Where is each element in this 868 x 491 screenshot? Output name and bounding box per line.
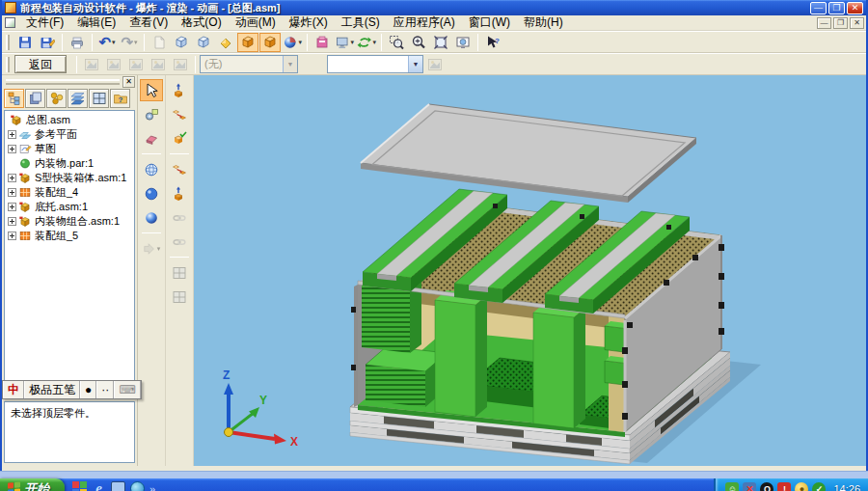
settings-b-button[interactable] xyxy=(168,286,191,308)
tree-row[interactable]: 装配组_5 xyxy=(7,229,134,243)
collapse-button[interactable] xyxy=(168,182,191,205)
tab-windows[interactable] xyxy=(89,89,109,108)
bind-button[interactable] xyxy=(125,55,147,74)
taskbar-clock[interactable]: 14:26 xyxy=(833,483,860,491)
iso-view-button[interactable] xyxy=(171,33,192,52)
config-save-button[interactable] xyxy=(424,55,446,74)
tree-row[interactable]: 装配组_4 xyxy=(7,185,134,200)
network-error-icon[interactable]: ✕ xyxy=(743,482,756,491)
globe-icon[interactable] xyxy=(130,481,145,491)
tab-sheets[interactable] xyxy=(68,89,88,108)
redo-button[interactable]: ↷▾ xyxy=(119,33,140,52)
menu-view[interactable]: 查看(V) xyxy=(122,14,175,32)
menu-help[interactable]: 帮助(H) xyxy=(517,14,570,32)
help-select-button[interactable] xyxy=(482,33,503,52)
tree-row[interactable]: S型快装箱体.asm:1 xyxy=(7,171,134,185)
explode-config-select[interactable]: (无) ▼ xyxy=(200,55,298,73)
mdi-restore-button[interactable]: ❐ xyxy=(833,17,848,29)
part-wedge-button[interactable] xyxy=(215,33,236,52)
viewport-3d[interactable]: Z X Y xyxy=(194,75,866,466)
minimize-button[interactable]: — xyxy=(810,2,827,14)
menu-window[interactable]: 窗口(W) xyxy=(462,14,517,32)
crate-lid[interactable] xyxy=(361,104,696,203)
explode-step-button[interactable] xyxy=(81,55,102,74)
restore-button[interactable]: ❐ xyxy=(828,2,845,14)
media-icon[interactable] xyxy=(72,481,87,491)
select-arrow-button[interactable] xyxy=(140,79,163,101)
expand-icon[interactable] xyxy=(8,145,16,153)
qq-icon[interactable]: Q xyxy=(760,482,773,491)
tab-layers[interactable] xyxy=(25,89,45,108)
tree-row[interactable]: 草图 xyxy=(7,142,134,156)
security-alert-icon[interactable]: ! xyxy=(777,482,791,491)
settings-a-button[interactable] xyxy=(168,261,191,284)
ime-bar[interactable]: 中 极品五笔 ● ·· ⌨ xyxy=(2,380,142,399)
menu-applications[interactable]: 应用程序(A) xyxy=(387,14,462,32)
eraser-button[interactable] xyxy=(140,127,163,150)
shaded-view-button[interactable] xyxy=(140,182,163,205)
tree-row[interactable]: 内装物.par:1 xyxy=(7,156,134,171)
mdi-close-button[interactable]: ✕ xyxy=(850,17,864,29)
save-as-button[interactable] xyxy=(37,33,58,52)
explode-auto-button[interactable] xyxy=(103,55,124,74)
start-button[interactable]: 开始 xyxy=(0,478,65,491)
expand-icon[interactable] xyxy=(8,130,16,139)
ie-icon[interactable]: e xyxy=(92,481,106,491)
print-button[interactable] xyxy=(67,33,88,52)
zoom-button[interactable] xyxy=(408,33,429,52)
quick-launch-overflow[interactable]: » xyxy=(149,483,155,491)
mdi-minimize-button[interactable]: — xyxy=(817,17,831,29)
ime-keyboard-icon[interactable]: ⌨ xyxy=(114,381,140,398)
menu-animation[interactable]: 动画(M) xyxy=(229,14,283,32)
animate-button[interactable] xyxy=(170,55,191,74)
toolbar-grip-2[interactable] xyxy=(6,57,10,72)
ime-name[interactable]: 极品五笔 xyxy=(24,381,80,398)
close-button[interactable]: ✕ xyxy=(847,2,863,14)
expand-icon[interactable] xyxy=(8,217,16,226)
back-button[interactable]: 返回 xyxy=(14,55,67,73)
expand-icon[interactable] xyxy=(8,188,16,197)
undo-button[interactable]: ↶▾ xyxy=(96,33,118,52)
view-settings-button[interactable] xyxy=(452,33,474,52)
save-button[interactable] xyxy=(14,33,36,52)
menu-explode[interactable]: 爆炸(X) xyxy=(283,14,335,32)
refresh-button[interactable]: ▾ xyxy=(356,33,377,52)
zoom-area-button[interactable] xyxy=(386,33,407,52)
appearance-button[interactable] xyxy=(312,33,333,52)
tab-assembly-tree[interactable] xyxy=(4,89,24,108)
user-online-icon[interactable]: ☺ xyxy=(725,482,739,491)
tab-library[interactable] xyxy=(110,89,130,108)
coin-icon[interactable]: ● xyxy=(795,482,808,491)
rendered-view-button[interactable] xyxy=(140,206,163,229)
tab-selection-sets[interactable] xyxy=(46,89,67,108)
flow-button[interactable] xyxy=(148,55,169,74)
shield-icon[interactable]: ✓ xyxy=(812,482,826,491)
desktop-icon[interactable] xyxy=(111,481,125,491)
menu-edit[interactable]: 编辑(E) xyxy=(70,14,122,32)
expand-icon[interactable] xyxy=(8,232,16,240)
panel-grip[interactable]: ✕ xyxy=(2,75,137,88)
display-config-select[interactable]: ▼ xyxy=(327,55,423,73)
ime-punctuation-icon[interactable]: ● xyxy=(80,381,96,398)
wireframe-view-button[interactable] xyxy=(140,158,163,180)
expand-icon[interactable] xyxy=(8,174,16,182)
expand-icon[interactable] xyxy=(8,203,16,211)
ime-language-icon[interactable]: 中 xyxy=(3,381,24,398)
tree-row[interactable]: 总图.asm xyxy=(7,113,134,127)
dimetric-view-button[interactable] xyxy=(193,33,214,52)
fit-button[interactable] xyxy=(430,33,451,52)
path-button[interactable] xyxy=(168,158,191,180)
menu-file[interactable]: 文件(F) xyxy=(19,14,70,32)
unlink-button[interactable] xyxy=(168,231,191,253)
explode-part-button[interactable] xyxy=(168,79,191,101)
tree-row[interactable]: 内装物组合.asm:1 xyxy=(7,214,134,229)
tool-dropdown-button[interactable]: ▾ xyxy=(140,237,163,259)
reposition-button[interactable] xyxy=(168,127,191,150)
explode-view-2-button[interactable] xyxy=(259,33,281,52)
menu-format[interactable]: 格式(O) xyxy=(175,14,228,32)
monitor-button[interactable]: ▾ xyxy=(334,33,355,52)
render-sphere-button[interactable]: ▾ xyxy=(282,33,303,52)
explode-group-button[interactable] xyxy=(168,103,191,125)
measure-button[interactable] xyxy=(140,103,163,125)
ime-width-icon[interactable]: ·· xyxy=(96,381,114,398)
